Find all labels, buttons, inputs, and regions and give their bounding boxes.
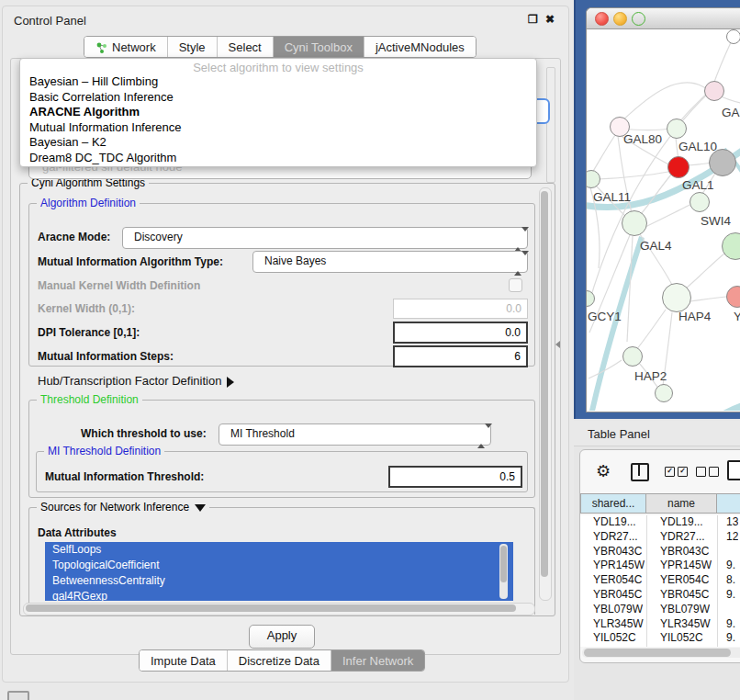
settings-horizontal-scrollbar[interactable] bbox=[23, 603, 535, 615]
table-row[interactable]: YBR045CYBR045C9. bbox=[580, 588, 740, 603]
background-panel-edge bbox=[546, 67, 555, 183]
network-window: GALGAL80GAL10GAL1GAL11SWI4GAL4GCY1HAP4YH… bbox=[586, 7, 740, 412]
tab-cyni-toolbox[interactable]: Cyni Toolbox bbox=[274, 37, 364, 57]
export-table-icon[interactable] bbox=[727, 460, 740, 480]
mi-threshold-field[interactable]: 0.5 bbox=[388, 466, 522, 488]
kernel-width-field[interactable]: 0.0 bbox=[393, 299, 528, 319]
table-row[interactable]: YER054CYER054C8. bbox=[580, 573, 740, 588]
mi-steps-field[interactable]: 6 bbox=[393, 345, 528, 367]
tab-label: Network bbox=[112, 40, 156, 54]
tab-infer-network[interactable]: Infer Network bbox=[331, 650, 424, 671]
column-header[interactable] bbox=[717, 493, 740, 514]
select-all-checkbox-icon[interactable]: ✓ bbox=[678, 467, 688, 477]
threshold-definition-title: Threshold Definition bbox=[37, 393, 142, 406]
network-node[interactable] bbox=[667, 119, 687, 139]
tab-style[interactable]: Style bbox=[168, 37, 218, 57]
panel-divider-handle[interactable] bbox=[555, 341, 560, 348]
hub-definition-toggle[interactable]: Hub/Transcription Factor Definition bbox=[38, 374, 234, 388]
table-row[interactable]: YPR145WYPR145W9. bbox=[580, 559, 740, 573]
screen: Control Panel ❐ ✖ NetworkStyleSelectCyni… bbox=[0, 0, 740, 700]
network-node[interactable] bbox=[726, 29, 740, 44]
algorithm-option[interactable]: Bayesian – Hill Climbing bbox=[20, 74, 536, 90]
sources-title[interactable]: Sources for Network Inference bbox=[37, 501, 209, 514]
close-traffic-icon[interactable] bbox=[595, 12, 609, 26]
attributes-scrollbar[interactable] bbox=[499, 544, 508, 599]
algorithm-option[interactable]: Mutual Information Inference bbox=[20, 120, 536, 136]
table-row[interactable]: YBL079WYBL079W bbox=[580, 603, 740, 617]
which-threshold-combo[interactable]: MI Threshold bbox=[219, 423, 491, 446]
split-columns-icon[interactable] bbox=[631, 463, 649, 481]
bottom-tabs: Impute DataDiscretize DataInfer Network bbox=[139, 649, 425, 672]
network-view-frame: GALGAL80GAL10GAL1GAL11SWI4GAL4GCY1HAP4YH… bbox=[574, 0, 740, 419]
close-icon[interactable]: ✖ bbox=[545, 13, 555, 26]
algorithm-option[interactable]: Basic Correlation Inference bbox=[20, 90, 536, 106]
table-cell: 9. bbox=[726, 588, 735, 603]
deselect-all-checkbox-icon[interactable] bbox=[709, 467, 719, 477]
table-cell: YBR045C bbox=[660, 588, 709, 603]
table-row[interactable]: YIL052CYIL052C9. bbox=[580, 631, 740, 646]
float-window-icon[interactable]: ❐ bbox=[528, 13, 538, 26]
control-tabs: NetworkStyleSelectCyni ToolboxjActiveMNo… bbox=[84, 36, 477, 58]
dpi-tolerance-label: DPI Tolerance [0,1]: bbox=[38, 326, 140, 339]
table-cell: YPR145W bbox=[593, 559, 645, 573]
table-toolbar: ⚙ ✓ ✓ bbox=[580, 450, 740, 492]
network-node[interactable] bbox=[667, 156, 690, 178]
data-attributes-label: Data Attributes bbox=[38, 526, 117, 539]
network-node[interactable] bbox=[704, 81, 724, 101]
manual-kernel-width-checkbox[interactable] bbox=[509, 278, 522, 292]
tab-network[interactable]: Network bbox=[84, 37, 168, 57]
kernel-width-value: 0.0 bbox=[506, 302, 521, 315]
gear-icon[interactable]: ⚙ bbox=[596, 461, 611, 481]
attribute-item[interactable]: BetweennessCentrality bbox=[45, 573, 513, 589]
tab-jactivemnodules[interactable]: jActiveMNodules bbox=[364, 37, 476, 57]
minimize-traffic-icon[interactable] bbox=[613, 12, 627, 26]
network-node[interactable] bbox=[690, 192, 710, 212]
network-canvas[interactable]: GALGAL80GAL10GAL1GAL11SWI4GAL4GCY1HAP4YH… bbox=[587, 29, 740, 411]
settings-vertical-scrollbar[interactable] bbox=[539, 187, 552, 601]
aracne-mode-combo[interactable]: Discovery bbox=[122, 227, 528, 249]
table-row[interactable]: YDL19...YDL19...13 bbox=[580, 515, 740, 530]
node-label-hap2: HAP2 bbox=[634, 369, 667, 383]
mi-algorithm-type-combo[interactable]: Naive Bayes bbox=[252, 251, 528, 273]
network-node[interactable] bbox=[622, 346, 643, 367]
table-row[interactable]: YLR345WYLR345W9. bbox=[580, 617, 740, 632]
algorithm-option[interactable]: Bayesian – K2 bbox=[20, 135, 536, 151]
table-cell: YBR043C bbox=[593, 545, 642, 559]
zoom-traffic-icon[interactable] bbox=[632, 12, 645, 26]
spinner-arrows-icon bbox=[514, 255, 521, 272]
apply-button[interactable]: Apply bbox=[249, 625, 315, 649]
tab-label: Style bbox=[179, 40, 206, 54]
attribute-item[interactable]: gal4RGexp bbox=[45, 589, 513, 601]
tab-impute-data[interactable]: Impute Data bbox=[140, 650, 228, 671]
network-node[interactable] bbox=[662, 283, 691, 312]
table-cell: YDR27... bbox=[660, 530, 705, 545]
tab-label: jActiveMNodules bbox=[376, 40, 465, 54]
network-node[interactable] bbox=[622, 210, 647, 236]
network-icon bbox=[95, 41, 107, 53]
table-cell: YBL079W bbox=[660, 603, 710, 617]
node-label-gal4: GAL4 bbox=[640, 239, 672, 253]
tab-discretize-data[interactable]: Discretize Data bbox=[228, 650, 331, 671]
table-row[interactable]: YBR043CYBR043C bbox=[580, 545, 740, 559]
column-header[interactable]: shared... bbox=[580, 493, 646, 514]
algorithm-option[interactable]: ARACNE Algorithm bbox=[20, 105, 536, 120]
data-attributes-list[interactable]: SelfLoopsTopologicalCoefficientBetweenne… bbox=[45, 542, 513, 601]
table-cell: 9. bbox=[726, 631, 735, 646]
which-threshold-label: Which threshold to use: bbox=[81, 427, 207, 440]
dock-panel-icon[interactable] bbox=[7, 691, 29, 700]
column-header[interactable]: name bbox=[646, 493, 717, 514]
table-row[interactable]: YDR27...YDR27...12 bbox=[580, 530, 740, 545]
attribute-item[interactable]: SelfLoops bbox=[45, 542, 513, 558]
select-all-checkbox-icon[interactable]: ✓ bbox=[665, 467, 675, 477]
manual-kernel-width-label: Manual Kernel Width Definition bbox=[38, 279, 200, 292]
tab-select[interactable]: Select bbox=[218, 37, 274, 57]
algorithm-option[interactable]: Dream8 DC_TDC Algorithm bbox=[20, 151, 536, 166]
deselect-all-checkbox-icon[interactable] bbox=[696, 467, 706, 477]
network-node[interactable] bbox=[655, 384, 673, 402]
network-window-titlebar[interactable] bbox=[587, 8, 740, 29]
dpi-tolerance-field[interactable]: 0.0 bbox=[393, 322, 528, 344]
table-horizontal-scrollbar[interactable] bbox=[582, 648, 740, 658]
node-label-gcy1: GCY1 bbox=[588, 310, 622, 323]
attribute-item[interactable]: TopologicalCoefficient bbox=[45, 558, 513, 573]
mi-threshold-label: Mutual Information Threshold: bbox=[45, 470, 204, 483]
